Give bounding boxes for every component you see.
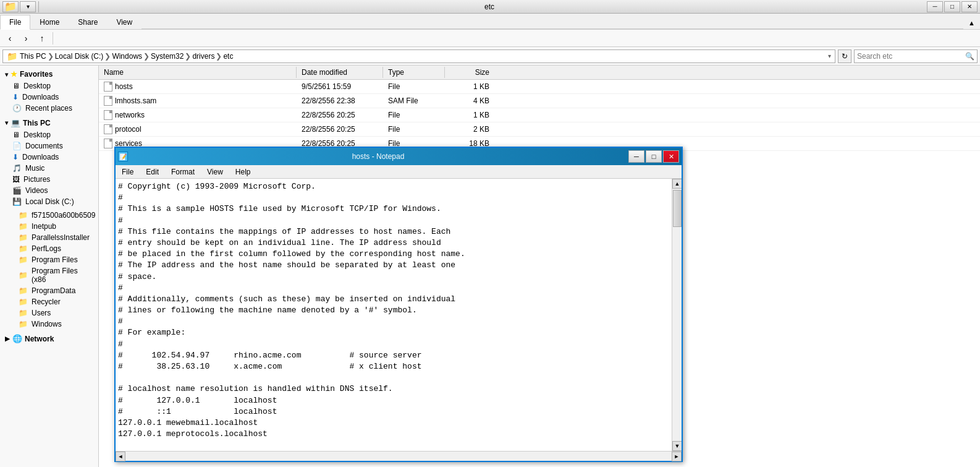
recycler-icon: 📁 xyxy=(19,298,28,306)
col-header-name[interactable]: Name xyxy=(99,67,297,78)
hscroll-left-arrow[interactable]: ◄ xyxy=(116,452,125,461)
file-list-header: Name Date modified Type Size xyxy=(99,66,980,80)
programfiles-icon: 📁 xyxy=(19,255,28,264)
file-small-icon xyxy=(104,82,112,92)
f571-label: f571500a600b6509 xyxy=(32,211,95,220)
users-label: Users xyxy=(32,309,51,317)
notepad-close-btn[interactable]: ✕ xyxy=(663,150,679,163)
path-sep-4: ❯ xyxy=(185,52,191,61)
sidebar-item-inetpub[interactable]: 📁 Inetpub xyxy=(0,221,98,232)
path-sep-3: ❯ xyxy=(143,52,150,61)
pictures-label: Pictures xyxy=(23,175,50,184)
sidebar-item-programdata[interactable]: 📁 ProgramData xyxy=(0,285,98,296)
favorites-star: ★ xyxy=(11,70,17,79)
this-pc-section: ▾ 💻 This PC 🖥 Desktop 📄 Documents ⬇ Down… xyxy=(0,116,98,207)
scroll-down-arrow[interactable]: ▼ xyxy=(672,441,682,451)
tab-share[interactable]: Share xyxy=(69,15,107,29)
path-windows[interactable]: Windows xyxy=(112,52,142,61)
hscroll-right-arrow[interactable]: ► xyxy=(672,452,682,461)
title-bar-title: etc xyxy=(52,2,927,11)
quick-access-icon[interactable]: 📁 xyxy=(2,1,19,12)
search-icon[interactable]: 🔍 xyxy=(965,52,974,61)
sidebar-item-f571[interactable]: 📁 f571500a600b6509 xyxy=(0,210,98,221)
address-input[interactable]: 📁 This PC ❯ Local Disk (C:) ❯ Windows ❯ … xyxy=(2,49,835,63)
forward-button[interactable]: › xyxy=(19,32,33,45)
notepad-vscrollbar[interactable]: ▲ ▼ xyxy=(672,179,682,451)
tab-home[interactable]: Home xyxy=(30,15,69,29)
sidebar-item-programfiles[interactable]: 📁 Program Files xyxy=(0,254,98,265)
sidebar-item-downloads-pc[interactable]: ⬇ Downloads xyxy=(0,152,98,163)
favorites-section: ▾ ★ Favorites 🖥 Desktop ⬇ Downloads 🕐 Re… xyxy=(0,68,98,114)
sidebar-item-pictures[interactable]: 🖼 Pictures xyxy=(0,174,98,185)
address-dropdown-icon[interactable]: ▾ xyxy=(828,53,831,59)
scroll-thumb[interactable] xyxy=(673,190,682,227)
notepad-textarea[interactable] xyxy=(116,179,672,451)
notepad-menu-view[interactable]: View xyxy=(201,166,229,178)
sidebar-item-desktop-pc[interactable]: 🖥 Desktop xyxy=(0,129,98,140)
refresh-button[interactable]: ↻ xyxy=(838,49,851,63)
notepad-menu-format[interactable]: Format xyxy=(165,166,201,178)
close-button[interactable]: ✕ xyxy=(961,1,978,12)
toolbar-separator xyxy=(53,32,53,45)
sidebar-item-local-disk[interactable]: 💾 Local Disk (C:) xyxy=(0,196,98,207)
scroll-up-arrow[interactable]: ▲ xyxy=(672,179,682,189)
sidebar-item-perflogs[interactable]: 📁 PerfLogs xyxy=(0,243,98,254)
col-header-date[interactable]: Date modified xyxy=(297,67,383,78)
notepad-content: ▲ ▼ xyxy=(116,179,682,451)
path-system32[interactable]: System32 xyxy=(151,52,184,61)
favorites-header[interactable]: ▾ ★ Favorites xyxy=(0,68,98,80)
tab-file[interactable]: File xyxy=(0,15,30,30)
desktop-pc-label: Desktop xyxy=(23,131,51,139)
file-cell-size: 1 KB xyxy=(445,109,494,121)
minimize-button[interactable]: ─ xyxy=(927,1,943,12)
tab-view[interactable]: View xyxy=(107,15,142,29)
sidebar-item-users[interactable]: 📁 Users xyxy=(0,307,98,319)
sidebar-item-videos[interactable]: 🎬 Videos xyxy=(0,185,98,196)
notepad-menu-file[interactable]: File xyxy=(116,166,140,178)
col-header-size[interactable]: Size xyxy=(445,67,494,78)
file-row[interactable]: protocol 22/8/2556 20:25 File 2 KB xyxy=(99,122,980,137)
file-row[interactable]: hosts 9/5/2561 15:59 File 1 KB xyxy=(99,80,980,94)
col-header-type[interactable]: Type xyxy=(383,67,445,78)
sidebar-item-recent[interactable]: 🕐 Recent places xyxy=(0,103,98,114)
music-label: Music xyxy=(25,164,44,173)
file-row[interactable]: lmhosts.sam 22/8/2556 22:38 SAM File 4 K… xyxy=(99,94,980,108)
sidebar-item-music[interactable]: 🎵 Music xyxy=(0,163,98,174)
customize-btn[interactable]: ▾ xyxy=(20,1,36,12)
notepad-maximize-btn[interactable]: □ xyxy=(646,150,662,163)
sidebar-item-parallels[interactable]: 📁 ParallelssInstaller xyxy=(0,232,98,243)
notepad-minimize-btn[interactable]: ─ xyxy=(628,150,644,163)
sidebar-item-recycler[interactable]: 📁 Recycler xyxy=(0,296,98,307)
sidebar-item-desktop-fav[interactable]: 🖥 Desktop xyxy=(0,80,98,92)
file-cell-name: hosts xyxy=(99,80,297,93)
notepad-menu-help[interactable]: Help xyxy=(229,166,257,178)
network-header[interactable]: ▶ 🌐 Network xyxy=(0,332,98,345)
search-input[interactable] xyxy=(857,52,965,61)
notepad-hscrollbar[interactable]: ◄ ► xyxy=(116,451,682,461)
users-icon: 📁 xyxy=(19,309,28,317)
file-cell-type: File xyxy=(383,81,445,92)
back-button[interactable]: ‹ xyxy=(2,32,17,45)
ribbon-collapse-btn[interactable]: ▲ xyxy=(963,17,980,29)
sidebar-item-documents[interactable]: 📄 Documents xyxy=(0,140,98,152)
sidebar-item-downloads-fav[interactable]: ⬇ Downloads xyxy=(0,92,98,103)
this-pc-header[interactable]: ▾ 💻 This PC xyxy=(0,116,98,129)
local-disk-section: 📁 f571500a600b6509 📁 Inetpub 📁 Parallels… xyxy=(0,210,98,330)
path-this-pc[interactable]: This PC xyxy=(20,52,46,61)
path-local-disk[interactable]: Local Disk (C:) xyxy=(55,52,104,61)
sidebar-item-programfilesx86[interactable]: 📁 Program Files (x86 xyxy=(0,265,98,285)
windows-icon: 📁 xyxy=(19,320,28,328)
sidebar-item-windows[interactable]: 📁 Windows xyxy=(0,319,98,330)
up-button[interactable]: ↑ xyxy=(35,32,49,45)
file-cell-size: 4 KB xyxy=(445,95,494,106)
network-section: ▶ 🌐 Network xyxy=(0,332,98,345)
inetpub-label: Inetpub xyxy=(32,222,56,231)
file-row[interactable]: networks 22/8/2556 20:25 File 1 KB xyxy=(99,108,980,122)
notepad-menu-edit[interactable]: Edit xyxy=(140,166,165,178)
parallels-label: ParallelssInstaller xyxy=(32,233,90,242)
path-drivers[interactable]: drivers xyxy=(192,52,214,61)
network-arrow: ▶ xyxy=(5,335,10,342)
search-box[interactable]: 🔍 xyxy=(854,49,978,63)
path-etc[interactable]: etc xyxy=(223,52,233,61)
maximize-button[interactable]: □ xyxy=(944,1,960,12)
